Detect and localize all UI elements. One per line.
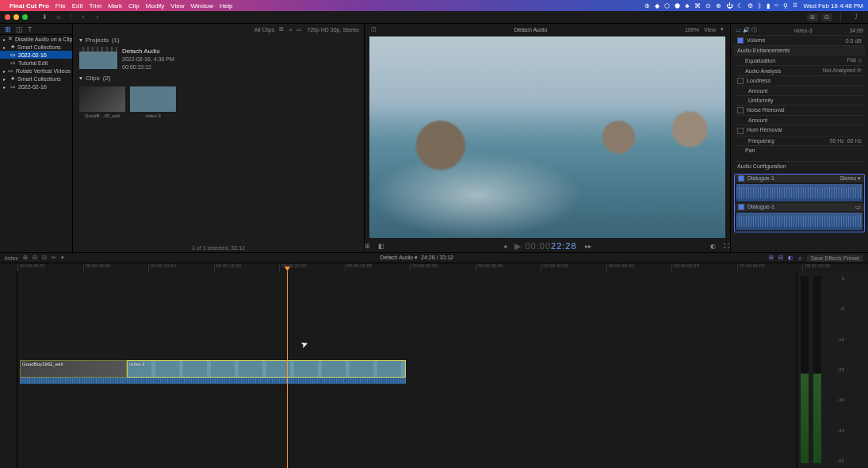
menu-trim[interactable]: Trim — [89, 2, 101, 10]
control-center-icon[interactable]: ⠿ — [793, 2, 797, 10]
playhead[interactable] — [287, 271, 288, 468]
tool-icon[interactable]: ⊟ — [33, 255, 37, 261]
clips-header[interactable]: ▾Clips(2) — [73, 73, 364, 83]
timeline: ➤ GoodBoy1962_edit video-3 0 -6 -12 -20 … — [0, 271, 868, 468]
tool-icon[interactable]: ✂ — [52, 255, 56, 261]
tab-photos-icon[interactable]: ◫ — [16, 25, 23, 33]
color-icon[interactable]: ◐ — [710, 243, 716, 250]
search-icon[interactable]: ⚲ — [783, 2, 788, 10]
tool-icon[interactable]: ⊞ — [23, 255, 28, 261]
viewer-canvas[interactable] — [369, 36, 725, 238]
status-icon[interactable]: ⊕ — [644, 2, 650, 10]
menubar-clock[interactable]: Wed Feb 16 4:48 PM — [804, 2, 863, 10]
sidebar-item[interactable]: ▭Tutorial Edit — [0, 59, 72, 67]
fit-icon[interactable]: ⊞ — [365, 243, 370, 250]
expand-icon[interactable]: ▭ — [855, 204, 861, 210]
status-icon[interactable]: ◆ — [655, 2, 660, 10]
viewer-settings-icon[interactable]: ▾ — [721, 26, 724, 33]
status-icon[interactable]: ☾ — [737, 2, 743, 10]
sidebar-item[interactable]: ▭2022-02-16 — [0, 51, 72, 59]
list-icon[interactable]: ≡ — [289, 27, 292, 33]
bluetooth-icon[interactable]: ᛒ — [758, 2, 762, 10]
status-icon[interactable]: ⬢ — [675, 2, 680, 10]
menu-mark[interactable]: Mark — [108, 2, 122, 10]
close-icon[interactable] — [5, 14, 10, 20]
share-icon[interactable]: ⤴ — [851, 13, 861, 22]
status-icon[interactable]: ⊙ — [705, 2, 711, 10]
audio-meters: 0 -6 -12 -20 -30 -40 -50 — [797, 271, 868, 468]
transform-icon[interactable]: ◧ — [378, 243, 384, 250]
window-controls[interactable] — [5, 14, 28, 20]
sidebar-item[interactable]: ▸✕Disable Audio on a Clip — [0, 35, 72, 43]
import-icon[interactable]: ⬇ — [40, 13, 49, 22]
menu-clip[interactable]: Clip — [128, 2, 140, 10]
projects-header[interactable]: ▾Projects(1) — [73, 35, 364, 45]
index-button[interactable]: Index — [5, 255, 18, 261]
sidebar-item[interactable]: ▸★Smart Collections — [0, 43, 72, 51]
tool-select[interactable]: ▾ — [61, 255, 64, 261]
prev-frame-icon[interactable]: ◂ — [503, 243, 507, 250]
forward-icon[interactable]: › — [93, 13, 102, 22]
sidebar-item[interactable]: ▸★Smart Collections — [0, 75, 72, 82]
status-icon[interactable]: ⊗ — [716, 2, 721, 10]
effects-icon[interactable]: ♫ — [797, 255, 801, 261]
minimize-icon[interactable] — [13, 14, 19, 20]
viewer-zoom[interactable]: 169% — [685, 27, 699, 33]
timeline-tracks[interactable]: ➤ GoodBoy1962_edit video-3 — [17, 271, 797, 468]
effects-icon[interactable]: ◐ — [788, 255, 793, 261]
menu-help[interactable]: Help — [220, 2, 232, 10]
status-icon[interactable]: ⌘ — [694, 2, 701, 10]
toolbar-chip[interactable]: ⊟ — [821, 13, 832, 21]
clip-thumbnail[interactable]: GoodB…00_edit — [79, 86, 125, 118]
menu-modify[interactable]: Modify — [146, 2, 165, 10]
tab-titles-icon[interactable]: T — [28, 25, 33, 33]
menu-file[interactable]: File — [55, 2, 66, 10]
status-icon[interactable]: ⚙ — [748, 2, 753, 10]
audio-waveform[interactable] — [736, 213, 862, 230]
status-icon[interactable]: ⏻ — [726, 2, 732, 10]
audio-waveform[interactable] — [736, 184, 862, 201]
tool-icon[interactable]: ⊡ — [42, 255, 47, 261]
grid-icon[interactable]: ⊞ — [279, 26, 284, 33]
timeline-clip[interactable]: video-3 — [127, 360, 406, 378]
play-icon[interactable]: ▸▸ — [585, 243, 591, 250]
menu-window[interactable]: Window — [191, 2, 213, 10]
menu-edit[interactable]: Edit — [72, 2, 83, 10]
toolbar-chip[interactable]: ⊞ — [807, 13, 818, 21]
app-name[interactable]: Final Cut Pro — [10, 2, 49, 10]
save-preset-button[interactable]: Save Effects Preset — [807, 255, 863, 262]
effects-icon[interactable]: ⊟ — [778, 255, 783, 261]
noise-checkbox[interactable] — [737, 107, 744, 113]
hum-checkbox[interactable] — [737, 128, 744, 134]
keyword-icon[interactable]: ⌂ — [54, 13, 63, 22]
timeline-index[interactable] — [0, 271, 17, 468]
back-icon[interactable]: ‹ — [78, 13, 88, 22]
timeline-audio[interactable] — [20, 378, 127, 384]
timeline-title[interactable]: Detach Audio ▾ — [380, 255, 419, 260]
tab-libraries-icon[interactable]: ⊞ — [5, 25, 11, 33]
menu-view[interactable]: View — [170, 2, 184, 10]
filmstrip-icon[interactable]: ▭ — [296, 26, 302, 33]
status-icon[interactable]: ♣ — [685, 2, 689, 10]
viewer-view-menu[interactable]: View — [704, 27, 716, 33]
wifi-icon[interactable]: ⌔ — [774, 2, 778, 10]
viewer-timecode[interactable]: ▶ 00:0022:28 — [514, 241, 576, 251]
status-icon[interactable]: ⬡ — [664, 2, 670, 10]
volume-checkbox[interactable] — [737, 37, 744, 44]
loudness-checkbox[interactable] — [737, 78, 744, 84]
timeline-clip[interactable]: GoodBoy1962_edit — [20, 360, 127, 378]
sidebar-item[interactable]: ▸▭Rotate Vertical Videos — [0, 67, 72, 75]
viewer-angle-icon[interactable]: ◫ — [371, 26, 377, 33]
project-thumbnail[interactable] — [79, 47, 117, 69]
sidebar-item[interactable]: ▸▭2022-02-16 — [0, 82, 72, 90]
zoom-icon[interactable] — [22, 14, 28, 20]
fullscreen-icon[interactable]: ⛶ — [724, 243, 730, 250]
browser-filter[interactable]: All Clips — [254, 27, 274, 33]
inspector-tabs[interactable]: ▭ 🔊 ⓘ — [736, 26, 757, 34]
battery-icon[interactable]: ▮ — [767, 2, 770, 10]
timeline-audio[interactable] — [127, 378, 406, 384]
timeline-ruler[interactable]: 00:00:00:0000:00:05:0000:00:10:0000:00:1… — [0, 263, 868, 271]
audio-meter-l — [801, 276, 809, 463]
effects-icon[interactable]: ⊞ — [769, 255, 774, 261]
clip-thumbnail[interactable]: video-3 — [130, 86, 176, 118]
